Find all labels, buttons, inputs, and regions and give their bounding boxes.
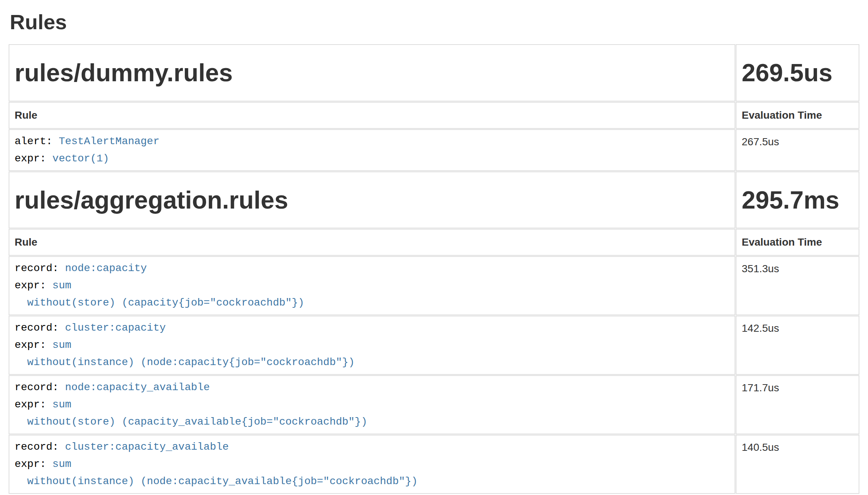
rule-code-cell: record: cluster:capacity_available expr:… bbox=[9, 435, 735, 494]
rule-eval-time: 142.5us bbox=[736, 316, 859, 375]
rule-code: record: node:capacity_available expr: su… bbox=[15, 379, 729, 431]
rule-code-text: expr: bbox=[15, 399, 52, 410]
rule-code: record: cluster:capacity expr: sum witho… bbox=[15, 319, 729, 371]
rule-group-eval-time: 269.5us bbox=[742, 59, 853, 86]
page-title: Rules bbox=[10, 10, 860, 34]
rule-code-text: alert: bbox=[15, 136, 59, 147]
rule-code-text: expr: bbox=[15, 280, 52, 291]
rule-code: record: node:capacity expr: sum without(… bbox=[15, 260, 729, 312]
rule-code: record: cluster:capacity_available expr:… bbox=[15, 438, 729, 490]
rule-row: record: node:capacity expr: sum without(… bbox=[9, 256, 859, 315]
rule-eval-time: 171.7us bbox=[736, 375, 859, 434]
rule-code-text: record: bbox=[15, 262, 65, 274]
expr-link[interactable]: sum without(store) (capacity_available{j… bbox=[15, 399, 367, 428]
rule-code-text: expr: bbox=[15, 153, 52, 164]
rule-group-eval-time: 295.7ms bbox=[742, 186, 853, 214]
rule-code-text: expr: bbox=[15, 458, 52, 470]
expr-link[interactable]: sum without(instance) (node:capacity{job… bbox=[15, 339, 355, 368]
rule-group-heading-row: rules/dummy.rules269.5us bbox=[9, 44, 859, 101]
rule-row: record: cluster:capacity expr: sum witho… bbox=[9, 316, 859, 375]
record-name-link[interactable]: cluster:capacity bbox=[65, 322, 166, 334]
eval-time-column-header: Evaluation Time bbox=[736, 229, 859, 256]
rule-column-header: Rule bbox=[9, 102, 735, 129]
rule-code-cell: alert: TestAlertManager expr: vector(1) bbox=[9, 129, 735, 171]
rule-row: record: node:capacity_available expr: su… bbox=[9, 375, 859, 434]
rule-eval-time: 351.3us bbox=[736, 256, 859, 315]
expr-link[interactable]: sum without(store) (capacity{job="cockro… bbox=[15, 280, 304, 309]
rule-code-text: record: bbox=[15, 382, 65, 393]
rule-code-cell: record: cluster:capacity expr: sum witho… bbox=[9, 316, 735, 375]
expr-link[interactable]: sum without(instance) (node:capacity_ava… bbox=[15, 458, 418, 487]
column-header-row: RuleEvaluation Time bbox=[9, 102, 859, 129]
rule-row: record: cluster:capacity_available expr:… bbox=[9, 435, 859, 494]
rules-table-body: rules/dummy.rules269.5usRuleEvaluation T… bbox=[9, 44, 859, 494]
rule-group-file: rules/dummy.rules bbox=[15, 59, 729, 86]
record-name-link[interactable]: node:capacity_available bbox=[65, 382, 210, 393]
eval-time-column-header: Evaluation Time bbox=[736, 102, 859, 129]
rule-group-file-cell: rules/aggregation.rules bbox=[9, 171, 735, 229]
rule-code-text: record: bbox=[15, 322, 65, 334]
rule-code: alert: TestAlertManager expr: vector(1) bbox=[15, 133, 729, 167]
rule-eval-time: 267.5us bbox=[736, 129, 859, 171]
rule-row: alert: TestAlertManager expr: vector(1)2… bbox=[9, 129, 859, 171]
rule-group-file: rules/aggregation.rules bbox=[15, 186, 729, 214]
rule-code-cell: record: node:capacity_available expr: su… bbox=[9, 375, 735, 434]
alert-name-link[interactable]: TestAlertManager bbox=[59, 136, 160, 147]
rule-group-eval-time-cell: 295.7ms bbox=[736, 171, 859, 229]
expr-link[interactable]: vector(1) bbox=[52, 153, 109, 164]
rule-eval-time: 140.5us bbox=[736, 435, 859, 494]
rule-column-header: Rule bbox=[9, 229, 735, 256]
rule-group-heading-row: rules/aggregation.rules295.7ms bbox=[9, 171, 859, 229]
rule-code-cell: record: node:capacity expr: sum without(… bbox=[9, 256, 735, 315]
record-name-link[interactable]: cluster:capacity_available bbox=[65, 441, 229, 453]
rule-group-file-cell: rules/dummy.rules bbox=[9, 44, 735, 101]
record-name-link[interactable]: node:capacity bbox=[65, 262, 147, 274]
rule-group-eval-time-cell: 269.5us bbox=[736, 44, 859, 101]
column-header-row: RuleEvaluation Time bbox=[9, 229, 859, 256]
rules-page: Rules rules/dummy.rules269.5usRuleEvalua… bbox=[0, 10, 868, 494]
rule-code-text: expr: bbox=[15, 339, 52, 351]
rule-code-text: record: bbox=[15, 441, 65, 453]
rules-table: rules/dummy.rules269.5usRuleEvaluation T… bbox=[8, 44, 860, 494]
